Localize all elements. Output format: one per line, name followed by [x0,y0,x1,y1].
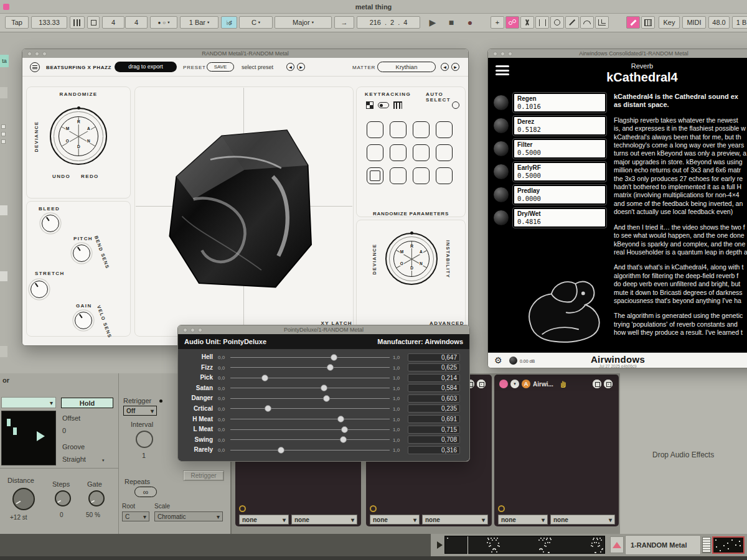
macro-ring-icon[interactable] [370,505,377,512]
loop-icon[interactable] [550,16,564,29]
pattern-play-icon[interactable] [37,431,45,441]
aw-param-box[interactable]: Derez0.5182 [513,116,606,136]
aw-param-knob[interactable] [493,164,509,180]
slider-handle[interactable] [340,436,347,443]
clip-waveform[interactable] [444,536,605,554]
slider-handle[interactable] [261,375,268,381]
close-icon[interactable] [183,328,187,332]
key-map-button[interactable]: Key [659,16,680,29]
distance-value[interactable]: +12 st [10,514,27,521]
root-selector[interactable]: C▾ [122,511,149,521]
pointy-param-slider[interactable] [230,404,390,414]
scale-selector[interactable]: Chromatic▾ [154,511,223,521]
repeats-infinity-button[interactable]: ∞ [134,487,157,497]
distance-knob[interactable] [12,488,35,510]
pointy-param-slider[interactable] [230,414,390,424]
keytracking-pad[interactable] [367,121,383,138]
drop-audio-effects-area[interactable]: Drop Audio Effects [620,373,747,534]
aw-param-box[interactable]: Regen0.1016 [513,93,606,113]
groove-value[interactable]: Straight [62,455,86,463]
window-controls[interactable] [27,52,47,56]
split-icon[interactable] [520,16,534,29]
metronome-icon[interactable] [87,16,100,29]
aw-param-knob[interactable] [493,141,509,157]
mini-piano-icon[interactable] [702,537,711,553]
macro-ring-icon[interactable] [498,505,505,512]
clip-slot[interactable] [1,139,6,144]
pointy-param-slider[interactable] [230,373,390,383]
pattern-display[interactable] [1,411,56,465]
slider-handle[interactable] [323,395,330,402]
close-icon[interactable] [493,52,497,56]
clip-slot[interactable] [1,124,6,129]
metal-matter-visual[interactable] [159,122,318,299]
time-sig-numerator[interactable]: 4 [102,16,125,29]
rail-box[interactable] [0,271,7,281]
sidechain-selector[interactable]: none▾ [422,515,488,525]
matter-selector[interactable]: Krythian [377,62,436,72]
aw-param-knob[interactable] [493,118,509,134]
nudge-icon[interactable] [70,16,85,29]
window-controls[interactable] [183,328,202,332]
close-icon[interactable] [27,52,32,56]
aw-param-box[interactable]: Filter0.5000 [513,139,606,159]
save-preset-button[interactable]: SAVE [207,62,234,72]
steps-value[interactable]: 0 [60,511,63,518]
keytracking-pad[interactable] [413,144,430,161]
randomize-params-knob[interactable]: M R A O D N [385,233,438,285]
rack-device-airwindows[interactable]: ▼ A Airwi... none▾ none▾ [494,375,619,526]
stretch-knob[interactable] [31,281,48,298]
keytracking-pad[interactable] [390,121,406,138]
gate-knob[interactable] [88,490,105,506]
preset-prev-button[interactable]: ◀ [286,63,294,71]
minimize-icon[interactable] [35,52,39,56]
retrigger-led[interactable] [159,399,162,403]
piano-mode-icon[interactable] [393,101,402,109]
gate-value[interactable]: 50 % [86,511,100,518]
pointy-param-slider[interactable] [230,383,390,393]
tempo-field[interactable]: 133.33 [31,16,67,29]
aw-param-box[interactable]: EarlyRF0.5000 [513,162,606,182]
bleed-knob[interactable] [42,215,59,232]
rail-box[interactable] [0,346,7,357]
pointy-param-slider[interactable] [230,435,390,445]
keytracking-pad[interactable] [367,167,383,184]
retrigger-mode-selector[interactable]: Off▾ [123,406,157,416]
grid-mode-icon[interactable] [366,101,374,109]
interval-value[interactable]: 1 [142,452,146,459]
window-controls[interactable] [493,52,512,56]
device-activator-icon[interactable] [499,380,508,388]
mini-clip-display[interactable] [712,536,745,554]
select-preset-button[interactable]: select preset [242,64,273,70]
arrangement-position[interactable]: 216.2.4 [357,16,420,29]
clip-play-icon[interactable] [437,541,443,549]
brackets-icon[interactable] [535,16,549,29]
save-icon[interactable] [593,380,601,388]
auto-select-toggle[interactable] [452,101,459,109]
steps-knob[interactable] [55,490,71,506]
slider-handle[interactable] [265,405,271,412]
drag-to-export-button[interactable]: drag to export [115,62,177,72]
aw-param-box[interactable]: Dry/Wet0.4816 [513,208,606,228]
keys-icon[interactable] [641,16,655,29]
tap-tempo-button[interactable]: Tap [5,16,29,29]
undo-button[interactable]: UNDO [52,174,70,179]
rail-box[interactable] [0,87,7,98]
keytracking-pad[interactable] [390,167,406,184]
pointy-param-slider[interactable] [230,393,390,403]
pointy-param-slider[interactable] [230,445,390,455]
randomize-knob[interactable]: M R A O D N [50,108,107,165]
slider-handle[interactable] [337,416,344,422]
random-metal-titlebar[interactable]: RANDOM Metal/1-RANDOM Metal [22,49,468,58]
key-scale-selector[interactable]: Major▾ [275,16,332,29]
clip-slot[interactable] [1,132,6,136]
curve-automation-icon[interactable] [580,16,594,29]
pitch-knob[interactable] [73,245,90,262]
keytracking-pad[interactable] [436,144,453,161]
redo-button[interactable]: REDO [81,174,99,179]
device-dropdown[interactable]: ▾ [1,397,56,408]
macro-ring-icon[interactable] [239,505,246,512]
key-root-selector[interactable]: C▾ [239,16,273,29]
minimize-icon[interactable] [190,328,195,332]
record-button[interactable]: ● [462,16,478,29]
